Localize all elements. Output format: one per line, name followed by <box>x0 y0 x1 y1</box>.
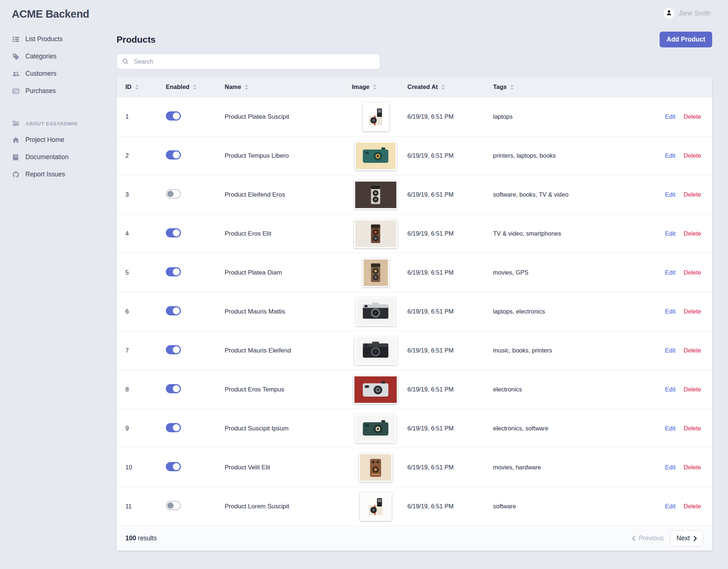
products-table: ID Enabled Name Image Created At Tags 1 … <box>117 77 712 551</box>
sidebar-item-list-products[interactable]: List Products <box>12 31 117 48</box>
product-image <box>359 453 392 482</box>
sort-icon <box>245 84 249 90</box>
product-image <box>356 297 396 326</box>
sidebar-item-categories[interactable]: Categories <box>12 48 117 65</box>
product-id: 2 <box>117 152 166 159</box>
product-id: 6 <box>117 308 166 315</box>
product-name: Product Platea Suscipit <box>225 113 350 121</box>
product-image <box>354 336 397 365</box>
sidebar-item-purchases[interactable]: Purchases <box>12 82 117 100</box>
search-icon <box>122 58 129 65</box>
sidebar-item-label: Project Home <box>25 136 64 144</box>
enabled-toggle[interactable] <box>166 150 181 160</box>
sidebar: ACME Backend List ProductsCategoriesCust… <box>0 0 117 183</box>
column-header-tags[interactable]: Tags <box>493 83 635 90</box>
table-row: 11 Product Lorem Suscipit 6/19/19, 6:51 … <box>117 487 712 526</box>
product-image <box>355 142 397 170</box>
created-at: 6/19/19, 6:51 PM <box>407 269 493 276</box>
product-name: Product Eros Elit <box>225 230 350 237</box>
created-at: 6/19/19, 6:51 PM <box>407 113 493 120</box>
edit-link[interactable]: Edit <box>665 152 675 159</box>
created-at: 6/19/19, 6:51 PM <box>407 464 493 471</box>
credit-card-icon <box>12 87 20 95</box>
product-name: Product Platea Diam <box>225 269 350 276</box>
delete-link[interactable]: Delete <box>684 425 701 432</box>
column-header-name[interactable]: Name <box>225 83 350 90</box>
delete-link[interactable]: Delete <box>684 152 701 159</box>
edit-link[interactable]: Edit <box>665 191 675 198</box>
table-header: ID Enabled Name Image Created At Tags <box>117 77 712 97</box>
enabled-toggle[interactable] <box>166 267 181 276</box>
delete-link[interactable]: Delete <box>684 269 701 276</box>
enabled-toggle[interactable] <box>166 384 181 393</box>
enabled-toggle[interactable] <box>166 189 181 198</box>
sidebar-item-report-issues[interactable]: Report Issues <box>12 166 117 183</box>
previous-button[interactable]: Previous <box>632 534 664 542</box>
search-input[interactable] <box>133 58 375 65</box>
delete-link[interactable]: Delete <box>684 464 701 471</box>
enabled-toggle[interactable] <box>166 228 181 237</box>
created-at: 6/19/19, 6:51 PM <box>407 425 493 432</box>
edit-link[interactable]: Edit <box>665 503 675 510</box>
edit-link[interactable]: Edit <box>665 464 675 471</box>
tags-icon <box>12 53 20 61</box>
next-button[interactable]: Next <box>670 530 703 547</box>
edit-link[interactable]: Edit <box>665 386 675 393</box>
product-id: 8 <box>117 386 166 393</box>
enabled-toggle[interactable] <box>166 345 181 354</box>
column-header-image[interactable]: Image <box>352 83 377 90</box>
enabled-toggle[interactable] <box>166 111 181 121</box>
add-product-button[interactable]: Add Product <box>660 32 712 47</box>
table-row: 6 Product Mauris Mattis 6/19/19, 6:51 PM… <box>117 292 712 331</box>
edit-link[interactable]: Edit <box>665 230 675 237</box>
edit-link[interactable]: Edit <box>665 425 675 432</box>
created-at: 6/19/19, 6:51 PM <box>407 347 493 354</box>
product-image <box>354 180 397 209</box>
product-tags: movies, hardware <box>493 464 635 471</box>
edit-link[interactable]: Edit <box>665 269 675 276</box>
enabled-toggle[interactable] <box>166 501 181 510</box>
sidebar-item-documentation[interactable]: Documentation <box>12 148 117 166</box>
sidebar-item-label: Report Issues <box>25 171 65 178</box>
sort-icon <box>373 84 377 90</box>
created-at: 6/19/19, 6:51 PM <box>407 386 493 393</box>
product-name: Product Mauris Eleifend <box>225 347 350 354</box>
product-tags: laptops, electronics <box>493 308 635 315</box>
table-row: 8 Product Eros Tempus 6/19/19, 6:51 PM e… <box>117 370 712 409</box>
edit-link[interactable]: Edit <box>665 113 675 120</box>
created-at: 6/19/19, 6:51 PM <box>407 308 493 315</box>
enabled-toggle[interactable] <box>166 462 181 471</box>
enabled-toggle[interactable] <box>166 423 181 432</box>
delete-link[interactable]: Delete <box>684 308 701 315</box>
page-title: Products <box>117 35 156 45</box>
product-image <box>353 375 398 404</box>
table-row: 7 Product Mauris Eleifend 6/19/19, 6:51 … <box>117 331 712 370</box>
column-header-enabled[interactable]: Enabled <box>166 83 225 90</box>
product-name: Product Mauris Mattis <box>225 308 350 315</box>
product-image <box>363 103 389 131</box>
enabled-toggle[interactable] <box>166 306 181 315</box>
column-header-created-at[interactable]: Created At <box>407 83 493 90</box>
delete-link[interactable]: Delete <box>684 347 701 354</box>
delete-link[interactable]: Delete <box>684 113 701 120</box>
sidebar-nav: List ProductsCategoriesCustomersPurchase… <box>12 31 117 183</box>
product-name: Product Eleifend Eros <box>225 191 350 198</box>
sidebar-item-project-home[interactable]: Project Home <box>12 131 117 148</box>
column-header-id[interactable]: ID <box>125 83 166 90</box>
product-id: 7 <box>117 347 166 354</box>
delete-link[interactable]: Delete <box>684 191 701 198</box>
edit-link[interactable]: Edit <box>665 308 675 315</box>
edit-link[interactable]: Edit <box>665 347 675 354</box>
app-title: ACME Backend <box>12 8 117 20</box>
product-id: 1 <box>117 113 166 120</box>
delete-link[interactable]: Delete <box>684 386 701 393</box>
product-image <box>354 219 397 248</box>
delete-link[interactable]: Delete <box>684 503 701 510</box>
product-id: 9 <box>117 425 166 432</box>
delete-link[interactable]: Delete <box>684 230 701 237</box>
sidebar-item-customers[interactable]: Customers <box>12 65 117 82</box>
product-image <box>355 414 396 443</box>
table-footer: 100 results Previous Next <box>117 526 712 551</box>
list-icon <box>12 35 20 43</box>
product-name: Product Velit Elit <box>225 464 350 471</box>
